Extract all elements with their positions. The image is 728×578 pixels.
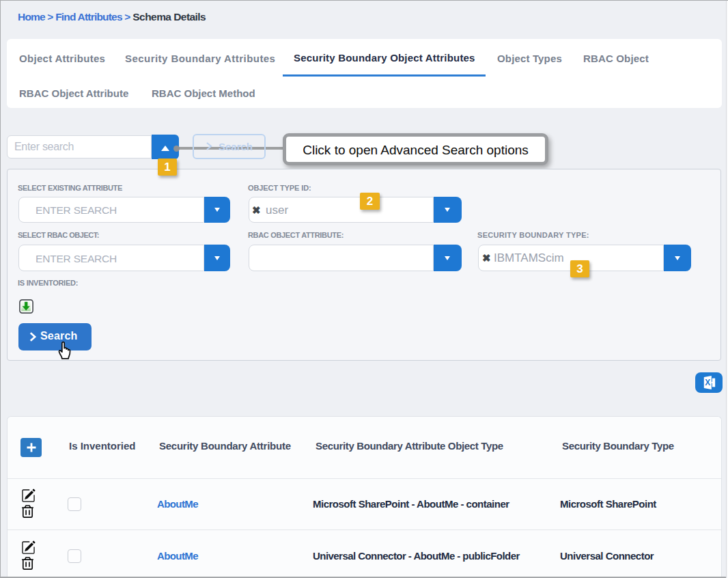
svg-text:X: X xyxy=(705,378,710,387)
